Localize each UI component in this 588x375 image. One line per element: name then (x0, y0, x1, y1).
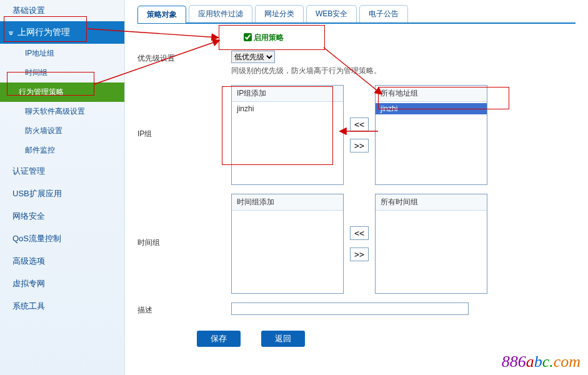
all-addr-listbox[interactable]: 所有地址组 jinzhi (375, 85, 487, 185)
nav-advanced[interactable]: 高级选项 (0, 250, 124, 272)
main-panel: 策略对象 应用软件过滤 网址分类 WEB安全 电子公告 启用策略 优先级设置 低… (125, 0, 588, 375)
all-time-header: 所有时间组 (376, 194, 487, 211)
all-addr-header: 所有地址组 (376, 86, 487, 102)
nav-system-tools[interactable]: 系统工具 (0, 295, 124, 318)
move-left-button[interactable]: << (350, 118, 369, 131)
subnav-time-group[interactable]: 时间组 (0, 63, 124, 82)
nav-vpn[interactable]: 虚拟专网 (0, 272, 124, 295)
list-item[interactable]: jinzhi (376, 103, 487, 114)
subnav-chat-advanced[interactable]: 聊天软件高级设置 (0, 102, 124, 121)
subnav-mail-monitor[interactable]: 邮件监控 (0, 141, 124, 160)
tab-web-security[interactable]: WEB安全 (306, 5, 357, 22)
priority-hint: 同级别的优先级，防火墙高于行为管理策略。 (231, 66, 576, 76)
nav-auth-mgmt[interactable]: 认证管理 (0, 160, 124, 182)
save-button[interactable]: 保存 (197, 331, 241, 347)
chevron-down-icon: vv (9, 29, 11, 36)
nav-usb-ext[interactable]: USB扩展应用 (0, 182, 124, 205)
subnav-behavior-policy[interactable]: 行为管理策略 (0, 82, 124, 102)
nav-basic-settings[interactable]: 基础设置 (0, 0, 124, 21)
tab-url-category[interactable]: 网址分类 (255, 5, 304, 22)
timegroup-add-listbox[interactable]: 时间组添加 (231, 194, 344, 294)
all-time-listbox[interactable]: 所有时间组 (375, 194, 487, 294)
subnav-firewall[interactable]: 防火墙设置 (0, 121, 124, 141)
subnav: IP地址组 时间组 行为管理策略 聊天软件高级设置 防火墙设置 邮件监控 (0, 44, 124, 160)
nav-qos[interactable]: QoS流量控制 (0, 228, 124, 250)
list-item[interactable]: jinzhi (232, 103, 343, 114)
priority-label: 优先级设置 (137, 51, 231, 64)
tabs: 策略对象 应用软件过滤 网址分类 WEB安全 电子公告 (137, 5, 576, 24)
priority-select[interactable]: 低优先级 (231, 51, 275, 63)
ipgroup-label: IP组 (137, 85, 231, 139)
time-move-left-button[interactable]: << (350, 226, 369, 240)
nav-net-security[interactable]: 网络安全 (0, 205, 124, 228)
enable-policy-input[interactable] (244, 33, 252, 41)
sidebar: 基础设置 vv 上网行为管理 IP地址组 时间组 行为管理策略 聊天软件高级设置… (0, 0, 125, 375)
desc-label: 描述 (137, 302, 231, 316)
tab-bulletin[interactable]: 电子公告 (359, 5, 408, 22)
enable-policy-label: 启用策略 (254, 33, 284, 42)
ipgroup-add-header: IP组添加 (232, 86, 343, 102)
desc-input[interactable] (231, 302, 469, 315)
enable-policy-checkbox[interactable]: 启用策略 (244, 33, 284, 42)
timegroup-label: 时间组 (137, 194, 231, 248)
nav-behavior-mgmt-label: 上网行为管理 (17, 27, 70, 37)
subnav-ip-addr-group[interactable]: IP地址组 (0, 44, 124, 63)
timegroup-add-header: 时间组添加 (232, 194, 343, 211)
move-right-button[interactable]: >> (350, 139, 369, 152)
back-button[interactable]: 返回 (261, 331, 305, 347)
nav-behavior-mgmt-header[interactable]: vv 上网行为管理 (0, 21, 124, 44)
ipgroup-add-listbox[interactable]: IP组添加 jinzhi (231, 85, 344, 185)
tab-app-filter[interactable]: 应用软件过滤 (189, 5, 252, 22)
tab-policy-object[interactable]: 策略对象 (137, 6, 186, 23)
time-move-right-button[interactable]: >> (350, 248, 369, 261)
